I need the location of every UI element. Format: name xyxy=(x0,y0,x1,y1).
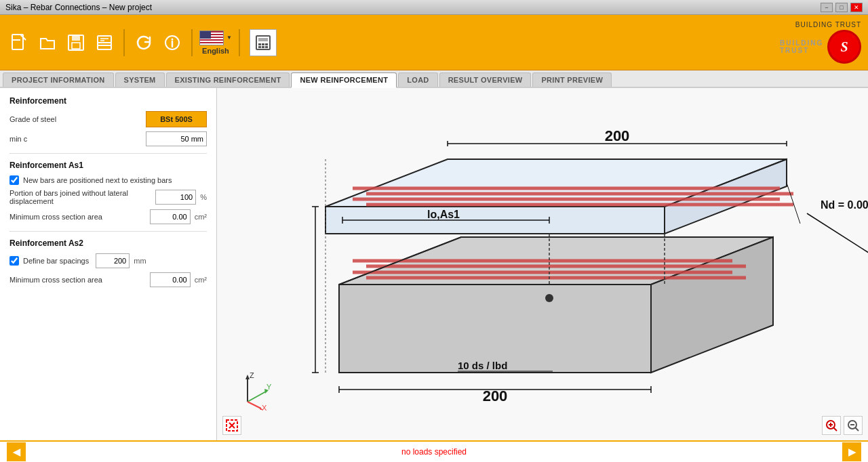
svg-rect-0 xyxy=(12,35,23,49)
svg-rect-13 xyxy=(258,38,268,41)
grade-of-steel-row: Grade of steel BSt 500S xyxy=(9,111,207,127)
tab-result-overview[interactable]: RESULT OVERVIEW xyxy=(439,72,532,87)
as2-bar-spacing-input[interactable] xyxy=(96,253,130,268)
close-button[interactable]: ✕ xyxy=(850,3,863,12)
as2-title: Reinforcement As2 xyxy=(9,238,207,248)
portion-input[interactable] xyxy=(155,190,196,205)
min-c-input[interactable] xyxy=(146,131,207,146)
tab-project-information[interactable]: PROJECT INFORMATION xyxy=(3,72,114,87)
tab-new-reinforcement[interactable]: NEW REINFORCEMENT xyxy=(291,72,397,88)
zoom-out-button[interactable] xyxy=(844,416,863,435)
as1-section: Reinforcement As1 New bars are positione… xyxy=(9,161,207,224)
zoom-in-button[interactable] xyxy=(822,416,841,435)
axes-indicator: Z Y X xyxy=(231,371,271,413)
as2-min-cross-label: Minimum cross section area xyxy=(9,276,146,284)
minimize-button[interactable]: − xyxy=(821,3,833,12)
svg-text:200: 200 xyxy=(483,387,508,404)
svg-rect-3 xyxy=(72,35,80,41)
svg-rect-19 xyxy=(265,46,268,48)
3d-view[interactable]: 200 Nd = 0.00 lo,As1 200 10 ds / lbd xyxy=(217,88,868,440)
tabbar: PROJECT INFORMATION SYSTEM EXISTING REIN… xyxy=(0,70,868,88)
as1-checkbox-row: New bars are positioned next to existing… xyxy=(9,175,207,185)
as2-min-cross-unit: cm² xyxy=(195,276,207,284)
as1-title: Reinforcement As1 xyxy=(9,161,207,170)
svg-text:X: X xyxy=(262,404,267,412)
toolbar-separator-1 xyxy=(123,29,125,56)
svg-text:200: 200 xyxy=(605,127,630,144)
new-button[interactable] xyxy=(7,30,31,55)
refresh-button[interactable] xyxy=(132,30,156,55)
tab-system[interactable]: SYSTEM xyxy=(115,72,165,87)
as2-section: Reinforcement As2 Define bar spacings mm… xyxy=(9,238,207,287)
print-button[interactable] xyxy=(92,30,117,55)
svg-text:Y: Y xyxy=(267,383,271,391)
as1-min-cross-row: Minimum cross section area cm² xyxy=(9,209,207,224)
info-button[interactable] xyxy=(160,30,184,55)
svg-line-64 xyxy=(248,392,266,402)
reinforcement-title: Reinforcement xyxy=(9,96,207,106)
reinforcement-section: Reinforcement Grade of steel BSt 500S mi… xyxy=(9,96,207,146)
bottombar: ◀ no loads specified ▶ xyxy=(0,440,868,462)
svg-point-11 xyxy=(172,38,174,40)
save-button[interactable] xyxy=(64,30,88,55)
calculator-button[interactable] xyxy=(250,29,277,56)
as1-checkbox-label: New bars are positioned next to existing… xyxy=(23,176,172,184)
min-c-row: min c xyxy=(9,131,207,146)
portion-row: Portion of bars joined without lateral d… xyxy=(9,189,207,205)
svg-rect-4 xyxy=(72,43,80,49)
as1-min-cross-label: Minimum cross section area xyxy=(9,213,146,221)
svg-line-78 xyxy=(856,428,859,432)
as1-min-cross-input[interactable] xyxy=(150,209,191,224)
grade-of-steel-button[interactable]: BSt 500S xyxy=(146,111,207,127)
svg-rect-17 xyxy=(258,46,261,48)
building-trust-text: BUILDING TRUST xyxy=(795,21,861,28)
titlebar: Sika – Rebar Connections – New project −… xyxy=(0,0,868,15)
divider-1 xyxy=(9,153,207,154)
zoom-controls xyxy=(822,416,863,435)
portion-unit: % xyxy=(200,193,207,201)
divider-2 xyxy=(9,231,207,232)
as1-checkbox[interactable] xyxy=(9,175,19,185)
svg-text:10 ds / lbd: 10 ds / lbd xyxy=(458,360,507,371)
titlebar-title: Sika – Rebar Connections – New project xyxy=(5,3,152,12)
open-button[interactable] xyxy=(35,30,60,55)
as2-checkbox-row: Define bar spacings mm xyxy=(9,253,207,268)
tab-existing-reinforcement[interactable]: EXISTING REINFORCEMENT xyxy=(166,72,290,87)
as2-bar-spacing-unit: mm xyxy=(134,257,146,265)
svg-rect-14 xyxy=(258,43,261,45)
tab-load[interactable]: LOAD xyxy=(398,72,437,87)
toolbar-separator-2 xyxy=(191,29,193,56)
left-panel: Reinforcement Grade of steel BSt 500S mi… xyxy=(0,88,217,440)
as2-checkbox[interactable] xyxy=(9,256,19,266)
grade-of-steel-label: Grade of steel xyxy=(9,115,142,123)
as2-min-cross-input[interactable] xyxy=(150,272,191,287)
svg-text:Nd = 0.00: Nd = 0.00 xyxy=(821,199,868,211)
as2-min-cross-row: Minimum cross section area cm² xyxy=(9,272,207,287)
svg-point-55 xyxy=(545,294,553,302)
svg-rect-15 xyxy=(262,43,264,45)
as2-checkbox-label: Define bar spacings xyxy=(23,257,89,265)
main-content: Reinforcement Grade of steel BSt 500S mi… xyxy=(0,88,868,440)
tab-print-preview[interactable]: PRINT PREVIEW xyxy=(532,72,612,87)
portion-label: Portion of bars joined without lateral d… xyxy=(9,189,151,205)
toolbar-separator-3 xyxy=(239,29,240,56)
titlebar-controls: − □ ✕ xyxy=(821,3,863,12)
status-text: no loads specified xyxy=(26,447,842,457)
svg-line-74 xyxy=(834,428,837,432)
maximize-button[interactable]: □ xyxy=(835,3,848,12)
reset-view-button[interactable] xyxy=(222,416,241,435)
svg-text:lo,As1: lo,As1 xyxy=(427,209,460,220)
svg-rect-16 xyxy=(265,43,268,45)
svg-text:Z: Z xyxy=(250,371,254,379)
toolbar: ▼ English BUILDING TRUST BUILDING TRUST … xyxy=(0,15,868,70)
next-button[interactable]: ▶ xyxy=(842,442,861,461)
svg-rect-18 xyxy=(262,46,264,48)
min-c-label: min c xyxy=(9,135,142,143)
language-selector[interactable]: ▼ English xyxy=(199,30,232,55)
as1-min-cross-unit: cm² xyxy=(195,213,207,221)
language-dropdown-arrow: ▼ xyxy=(226,35,232,41)
sika-badge-icon: S xyxy=(827,30,861,64)
prev-button[interactable]: ◀ xyxy=(7,442,26,461)
sika-logo: BUILDING TRUST BUILDING TRUST S xyxy=(780,21,861,64)
language-label: English xyxy=(202,47,229,55)
